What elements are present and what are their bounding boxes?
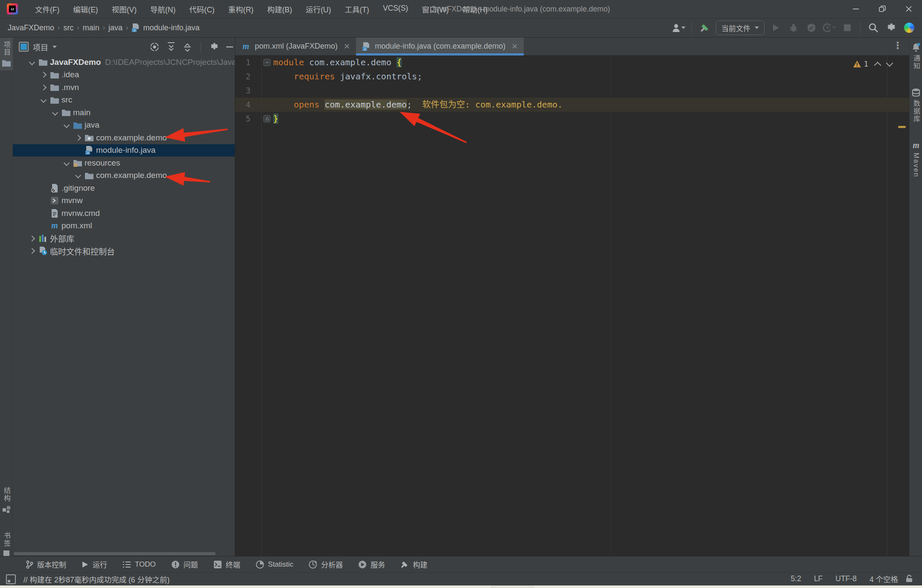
tree-row-.gitignore[interactable]: .gitignore	[13, 182, 235, 195]
menu-item-9[interactable]: VCS(S)	[378, 2, 413, 16]
close-tab-icon[interactable]: ✕	[344, 42, 350, 51]
menu-item-6[interactable]: 构建(B)	[262, 2, 297, 16]
tree-horizontal-scrollbar[interactable]	[14, 552, 216, 555]
toolwindow-button-终端[interactable]: 终端	[213, 559, 240, 570]
tab-options-kebab-icon[interactable]: ⋮	[893, 40, 902, 51]
file-encoding[interactable]: UTF-8	[835, 574, 857, 583]
previous-problem-icon[interactable]	[874, 61, 881, 69]
chevron-down-icon[interactable]	[27, 60, 37, 64]
breadcrumb-item-4[interactable]: Jmodule-info.java	[131, 23, 199, 32]
toolwindow-button-结构[interactable]: 结构	[0, 483, 13, 517]
tree-row-.idea[interactable]: .idea	[13, 69, 235, 82]
expand-all-icon[interactable]	[166, 42, 176, 52]
menu-item-5[interactable]: 重构(R)	[223, 2, 259, 16]
toolwindow-button-问题[interactable]: 问题	[171, 559, 198, 570]
chevron-down-icon[interactable]	[61, 161, 72, 165]
warning-count: 1	[864, 60, 868, 68]
left-toolwindow-stripe: 项目 结构书签	[0, 38, 13, 556]
fold-collapse-icon[interactable]: −	[263, 59, 271, 66]
fold-end-icon[interactable]: ⌂	[263, 115, 271, 122]
tree-row-main[interactable]: main	[13, 106, 235, 119]
breadcrumb-item-0[interactable]: JavaFXDemo	[8, 23, 54, 32]
editor-tab-1[interactable]: Jmodule-info.java (com.example.demo)✕	[356, 38, 524, 55]
toolwindow-button-数据库[interactable]: 数据库	[910, 84, 922, 126]
panel-settings-gear-icon[interactable]	[210, 42, 219, 52]
collapse-all-icon[interactable]	[183, 42, 192, 52]
chevron-down-icon[interactable]	[73, 173, 83, 178]
tree-row-src[interactable]: src	[13, 94, 235, 107]
tree-row-[interactable]: 外部库	[13, 232, 235, 245]
layout-toggle-icon[interactable]	[6, 574, 16, 584]
chevron-right-icon[interactable]	[38, 73, 49, 77]
next-problem-icon[interactable]	[886, 59, 893, 67]
menu-item-0[interactable]: 文件(F)	[30, 2, 64, 16]
tree-row-mvnw.cmd[interactable]: mvnw.cmd	[13, 207, 235, 220]
close-button[interactable]	[896, 0, 922, 18]
toolwindow-button-通知[interactable]: 通知	[910, 39, 922, 73]
gutter-separator	[261, 55, 262, 556]
debug-bug-icon[interactable]	[787, 21, 800, 35]
project-view-selector[interactable]: 项目	[19, 41, 57, 52]
stop-icon[interactable]	[840, 21, 854, 35]
maven-icon: m	[911, 141, 921, 150]
user-profile-icon[interactable]	[672, 21, 686, 35]
tree-row-module-info.java[interactable]: Jmodule-info.java	[13, 144, 235, 157]
line-ending[interactable]: LF	[814, 574, 823, 583]
menu-item-8[interactable]: 工具(T)	[340, 2, 374, 16]
tree-row-mvnw[interactable]: mvnw	[13, 195, 235, 207]
tree-row-resources[interactable]: resources	[13, 157, 235, 169]
toolwindow-button-运行[interactable]: 运行	[82, 559, 107, 570]
editor-tab-0[interactable]: mpom.xml (JavaFXDemo)✕	[235, 38, 356, 55]
warning-stripe-mark[interactable]	[898, 126, 906, 128]
tree-row-com.example.demo[interactable]: com.example.demo	[13, 131, 235, 144]
caret-position[interactable]: 5:2	[791, 574, 801, 583]
tree-row-pom.xml[interactable]: mpom.xml	[13, 220, 235, 233]
chevron-down-icon[interactable]	[61, 123, 72, 127]
tree-row-.mvn[interactable]: .mvn	[13, 81, 235, 94]
menu-item-3[interactable]: 导航(N)	[145, 2, 181, 16]
profiler-icon[interactable]	[823, 21, 836, 35]
code-editor[interactable]: 1−2345⌂ module com.example.demo { requir…	[235, 55, 909, 556]
chevron-right-icon[interactable]	[73, 136, 83, 140]
toolwindow-button-Statistic[interactable]: Statistic	[256, 560, 294, 569]
coverage-icon[interactable]	[805, 21, 818, 35]
indent-setting[interactable]: 4 个空格	[869, 573, 898, 584]
run-configuration-selector[interactable]: 当前文件	[716, 20, 764, 35]
menu-item-4[interactable]: 代码(C)	[184, 2, 219, 16]
build-hammer-icon[interactable]	[698, 21, 712, 35]
toolwindow-button-项目[interactable]: 项目	[0, 38, 13, 70]
close-tab-icon[interactable]: ✕	[511, 42, 518, 51]
tree-row-[interactable]: 临时文件和控制台	[13, 245, 235, 258]
chevron-down-icon[interactable]	[50, 111, 60, 115]
tree-row-JavaFXDemo[interactable]: JavaFXDemoD:\IDEAProjects\JCNCProjects\J…	[13, 56, 235, 69]
toolwindow-button-TODO[interactable]: TODO	[123, 560, 156, 569]
chevron-right-icon[interactable]	[38, 85, 49, 90]
breadcrumb-item-1[interactable]: src	[63, 23, 73, 32]
minimize-button[interactable]	[843, 0, 869, 18]
toolwindow-button-Maven[interactable]: mMaven	[910, 137, 922, 181]
settings-gear-icon[interactable]	[884, 21, 898, 35]
toolwindow-button-服务[interactable]: 服务	[358, 559, 385, 570]
readonly-lock-icon[interactable]	[905, 574, 913, 583]
menu-item-2[interactable]: 视图(V)	[107, 2, 142, 16]
toolwindow-button-版本控制[interactable]: 版本控制	[26, 559, 66, 570]
chevron-down-icon[interactable]	[38, 98, 49, 102]
tree-row-java[interactable]: java	[13, 119, 235, 132]
ai-sphere-icon[interactable]	[902, 21, 916, 35]
run-icon[interactable]	[769, 21, 782, 35]
chevron-right-icon[interactable]	[27, 236, 37, 241]
menu-item-7[interactable]: 运行(U)	[301, 2, 336, 16]
menu-item-1[interactable]: 编辑(E)	[68, 2, 103, 16]
restore-button[interactable]	[869, 0, 896, 18]
tree-row-com.example.demo[interactable]: com.example.demo	[13, 169, 235, 182]
inspection-widget[interactable]: 1	[853, 60, 892, 68]
search-everywhere-icon[interactable]	[867, 21, 880, 35]
chevron-right-icon[interactable]	[27, 249, 37, 253]
breadcrumb-item-3[interactable]: java	[108, 23, 123, 32]
hide-panel-icon[interactable]	[226, 42, 233, 52]
locate-file-icon[interactable]	[149, 42, 160, 52]
breadcrumb-item-2[interactable]: main	[83, 23, 99, 32]
toolwindow-button-分析器[interactable]: 分析器	[309, 559, 343, 570]
toolwindow-button-构建[interactable]: 构建	[400, 559, 427, 570]
file-text-icon	[49, 209, 60, 218]
